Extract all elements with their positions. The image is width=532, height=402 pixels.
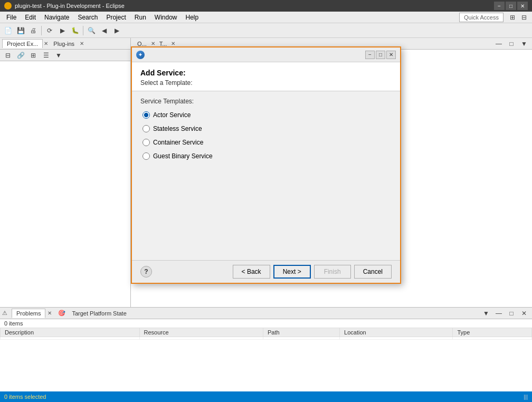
- save-btn[interactable]: 💾: [15, 25, 26, 36]
- tab-problems[interactable]: Problems: [12, 309, 45, 318]
- maximize-panel-btn[interactable]: □: [506, 38, 517, 50]
- radio-actor[interactable]: Actor Service: [142, 111, 392, 119]
- bottom-maximize-btn[interactable]: □: [506, 308, 517, 319]
- app-icon: [4, 2, 12, 9]
- target-icon: 🎯: [58, 310, 65, 317]
- refresh-btn[interactable]: ⟳: [44, 25, 55, 36]
- bottom-content: 0 items Description Resource Path Locati…: [0, 319, 532, 391]
- menu-bar: File Edit Navigate Search Project Run Wi…: [0, 12, 532, 23]
- radio-actor-input[interactable]: [142, 111, 150, 119]
- cancel-button[interactable]: Cancel: [354, 265, 392, 279]
- main-toolbar: 📄 💾 🖨 ⟳ ▶ 🐛 🔍 ◀ ▶: [0, 23, 532, 38]
- finish-button[interactable]: Finish: [314, 265, 351, 279]
- radio-stateless[interactable]: Stateless Service: [142, 125, 392, 132]
- status-text: 0 items selected: [4, 394, 46, 400]
- title-bar-controls: − □ ✕: [494, 2, 528, 10]
- expand-btn[interactable]: ⊞: [27, 50, 39, 61]
- dialog-title-bar: ✦ − □ ✕: [132, 47, 400, 62]
- print-btn[interactable]: 🖨: [27, 25, 39, 36]
- back-button[interactable]: < Back: [233, 265, 270, 279]
- debug-btn[interactable]: 🐛: [69, 25, 81, 36]
- close-problems[interactable]: ✕: [48, 310, 52, 316]
- minimize-button[interactable]: −: [494, 2, 505, 10]
- perspective-btn2[interactable]: ⊟: [518, 12, 530, 23]
- new-btn[interactable]: 📄: [2, 25, 14, 36]
- forward-btn[interactable]: ▶: [111, 25, 122, 36]
- bottom-panel: ⚠ Problems ✕ 🎯 Target Platform State ▼ —…: [0, 307, 532, 391]
- menu-search[interactable]: Search: [73, 13, 102, 22]
- menu-file[interactable]: File: [2, 13, 21, 22]
- quick-access-box[interactable]: Quick Access: [459, 13, 504, 22]
- collapse-btn[interactable]: ⊟: [2, 50, 14, 61]
- window-title: plugin-test - Plug-in Development - Ecli…: [15, 3, 494, 9]
- title-bar: plugin-test - Plug-in Development - Ecli…: [0, 0, 532, 12]
- radio-group: Actor Service Stateless Service Containe…: [142, 111, 392, 160]
- tab-plugins[interactable]: Plug-ins: [49, 40, 79, 48]
- link-btn[interactable]: 🔗: [15, 50, 26, 61]
- dialog-close-btn[interactable]: ✕: [386, 51, 396, 59]
- section-label: Service Templates:: [140, 98, 392, 105]
- dialog-icon: ✦: [136, 51, 145, 59]
- radio-container[interactable]: Container Service: [142, 139, 392, 146]
- close-plugins[interactable]: ✕: [79, 41, 85, 46]
- problems-icon: ⚠: [2, 310, 7, 317]
- col-path: Path: [263, 328, 340, 337]
- bottom-tab-bar: ⚠ Problems ✕ 🎯 Target Platform State ▼ —…: [0, 308, 532, 319]
- radio-stateless-label: Stateless Service: [153, 125, 202, 132]
- menu-window[interactable]: Window: [150, 13, 182, 22]
- bottom-filter-btn[interactable]: ▼: [480, 308, 492, 319]
- menu-help[interactable]: Help: [182, 13, 203, 22]
- bottom-minimize-btn[interactable]: —: [493, 308, 505, 319]
- left-panel-content: [0, 61, 130, 307]
- col-resource: Resource: [139, 328, 263, 337]
- menu-navigate[interactable]: Navigate: [40, 13, 73, 22]
- radio-container-input[interactable]: [142, 139, 150, 146]
- menu-edit[interactable]: Edit: [21, 13, 40, 22]
- status-bar: 0 items selected |||: [0, 391, 532, 402]
- dialog-footer-buttons: < Back Next > Finish Cancel: [233, 265, 392, 279]
- left-panel: Project Ex... ✕ Plug-ins ✕ ⊟ 🔗 ⊞ ☰ ▼: [0, 38, 131, 307]
- down-btn[interactable]: ▼: [53, 50, 64, 61]
- search-btn[interactable]: 🔍: [86, 25, 97, 36]
- radio-container-label: Container Service: [153, 139, 203, 146]
- radio-guest-binary-input[interactable]: [142, 152, 150, 160]
- menu-project[interactable]: Project: [102, 13, 130, 22]
- next-button[interactable]: Next >: [273, 265, 311, 279]
- add-service-dialog: ✦ − □ ✕ Add Service: Select a Template: …: [131, 46, 401, 284]
- close-button[interactable]: ✕: [517, 2, 528, 10]
- radio-guest-binary-label: Guest Binary Service: [153, 152, 213, 160]
- dialog-header-title: Add Service:: [140, 69, 392, 77]
- run-btn[interactable]: ▶: [56, 25, 68, 36]
- dialog-title-buttons: − □ ✕: [365, 51, 396, 59]
- close-project-explorer[interactable]: ✕: [43, 41, 49, 46]
- col-description: Description: [1, 328, 140, 337]
- status-icons: |||: [524, 394, 528, 400]
- close-outline[interactable]: ✕: [151, 41, 155, 46]
- help-button[interactable]: ?: [140, 266, 152, 277]
- radio-guest-binary[interactable]: Guest Binary Service: [142, 152, 392, 160]
- back-btn[interactable]: ◀: [98, 25, 110, 36]
- table-row: [1, 337, 532, 340]
- bottom-close-btn[interactable]: ✕: [518, 308, 530, 319]
- radio-stateless-input[interactable]: [142, 125, 150, 132]
- tab-target-platform[interactable]: Target Platform State: [68, 309, 130, 318]
- sep2: [83, 26, 83, 35]
- radio-actor-label: Actor Service: [153, 111, 191, 119]
- perspective-btn[interactable]: ⊞: [507, 12, 518, 23]
- dialog-header-subtitle: Select a Template:: [140, 79, 392, 87]
- minimize-panel-btn[interactable]: —: [493, 38, 505, 50]
- dialog-footer: ? < Back Next > Finish Cancel: [132, 260, 400, 283]
- dialog-maximize-btn[interactable]: □: [376, 51, 385, 59]
- col-type: Type: [453, 328, 532, 337]
- close-tasks[interactable]: ✕: [171, 41, 175, 46]
- dialog-header: Add Service: Select a Template:: [132, 62, 400, 91]
- menu-btn[interactable]: ☰: [40, 50, 52, 61]
- left-panel-toolbar: ⊟ 🔗 ⊞ ☰ ▼: [0, 50, 130, 61]
- dialog-minimize-btn[interactable]: −: [365, 51, 375, 59]
- menu-run[interactable]: Run: [130, 13, 150, 22]
- maximize-button[interactable]: □: [506, 2, 516, 10]
- col-location: Location: [340, 328, 453, 337]
- view-menu-btn[interactable]: ▼: [518, 38, 530, 50]
- problems-table: Description Resource Path Location Type: [0, 328, 532, 340]
- tab-project-explorer[interactable]: Project Ex...: [2, 39, 43, 48]
